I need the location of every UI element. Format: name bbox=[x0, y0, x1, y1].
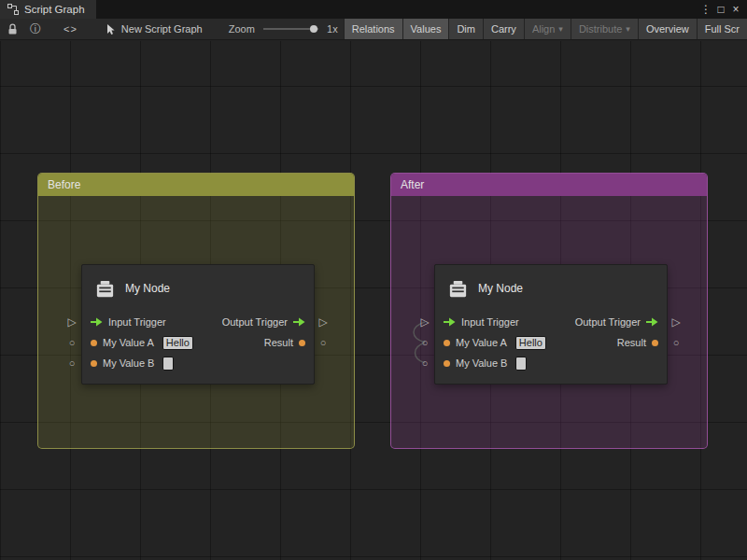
script-graph-icon bbox=[7, 4, 19, 15]
node-icon bbox=[94, 278, 116, 300]
pointer-icon bbox=[106, 23, 116, 35]
distribute-button[interactable]: Distribute ▾ bbox=[571, 19, 638, 39]
flow-output-port[interactable]: ▷ bbox=[317, 315, 330, 329]
overview-button[interactable]: Overview bbox=[638, 19, 697, 39]
zoom-value: 1x bbox=[327, 23, 338, 35]
node-title: My Node bbox=[478, 282, 523, 295]
port-row: My Value B bbox=[435, 353, 667, 373]
lock-icon[interactable] bbox=[7, 23, 18, 35]
value-b-field[interactable] bbox=[162, 357, 174, 371]
close-icon[interactable]: × bbox=[728, 3, 743, 16]
zoom-slider[interactable] bbox=[263, 28, 318, 30]
my-value-b-port[interactable]: My Value B bbox=[91, 357, 174, 371]
node-icon bbox=[447, 278, 469, 300]
flow-output-port[interactable]: ▷ bbox=[669, 315, 683, 329]
flow-arrow-icon bbox=[91, 317, 103, 327]
node-my-node[interactable]: My Node Input Trigger Output Trigger bbox=[81, 264, 315, 385]
chevron-down-icon: ▾ bbox=[626, 24, 630, 34]
output-trigger-port[interactable]: Output Trigger bbox=[575, 316, 658, 328]
value-b-field[interactable] bbox=[515, 357, 527, 371]
node-my-node[interactable]: My Node Input Trigger Output Trigger bbox=[434, 264, 668, 385]
value-dot-icon bbox=[444, 340, 450, 346]
tab-script-graph[interactable]: Script Graph bbox=[0, 0, 96, 19]
result-port[interactable]: Result bbox=[617, 337, 658, 348]
value-dot-icon bbox=[444, 360, 450, 367]
value-input-port[interactable]: ○ bbox=[418, 357, 431, 370]
port-row: Input Trigger Output Trigger bbox=[82, 312, 314, 332]
my-value-a-port[interactable]: My Value A Hello bbox=[444, 336, 546, 350]
output-trigger-port[interactable]: Output Trigger bbox=[222, 316, 305, 328]
graph-picker[interactable]: New Script Graph bbox=[106, 23, 203, 35]
my-value-b-port[interactable]: My Value B bbox=[444, 357, 527, 371]
port-row: My Value A Hello Result bbox=[82, 332, 314, 353]
port-row: My Value B bbox=[82, 353, 314, 373]
tab-bar: Script Graph ⋮ □ × bbox=[0, 0, 747, 19]
group-after[interactable]: After ▷ ○ ○ ▷ ○ My No bbox=[390, 173, 708, 449]
zoom-label: Zoom bbox=[229, 23, 255, 35]
value-output-port[interactable]: ○ bbox=[669, 336, 683, 349]
value-input-port[interactable]: ○ bbox=[65, 357, 78, 370]
node-title: My Node bbox=[125, 282, 170, 295]
window-controls: ⋮ □ × bbox=[698, 0, 747, 19]
align-button[interactable]: Align ▾ bbox=[524, 19, 571, 39]
group-after-header[interactable]: After bbox=[391, 174, 707, 196]
value-output-port[interactable]: ○ bbox=[317, 336, 330, 349]
relations-button[interactable]: Relations bbox=[344, 19, 402, 39]
value-dot-icon bbox=[299, 340, 305, 346]
flow-arrow-icon bbox=[646, 317, 658, 327]
flow-arrow-icon bbox=[293, 317, 305, 327]
node-header[interactable]: My Node bbox=[82, 265, 314, 312]
values-button[interactable]: Values bbox=[402, 19, 449, 39]
graph-toolbar: ⓘ <> New Script Graph Zoom 1x Relations … bbox=[0, 19, 747, 40]
port-row: My Value A Hello Result bbox=[435, 332, 667, 353]
dim-button[interactable]: Dim bbox=[448, 19, 483, 39]
input-trigger-port[interactable]: Input Trigger bbox=[91, 316, 166, 328]
port-row: Input Trigger Output Trigger bbox=[435, 312, 667, 332]
tab-title: Script Graph bbox=[24, 4, 85, 15]
value-dot-icon bbox=[91, 340, 97, 346]
carry-button[interactable]: Carry bbox=[483, 19, 524, 39]
kebab-menu-icon[interactable]: ⋮ bbox=[698, 3, 713, 16]
flow-input-port[interactable]: ▷ bbox=[418, 315, 431, 329]
graph-name: New Script Graph bbox=[121, 23, 203, 35]
node-header[interactable]: My Node bbox=[435, 265, 667, 312]
code-icon[interactable]: <> bbox=[63, 23, 78, 35]
maximize-icon[interactable]: □ bbox=[713, 3, 728, 16]
value-input-port[interactable]: ○ bbox=[418, 336, 431, 349]
zoom-slider-knob[interactable] bbox=[310, 25, 317, 33]
group-before-header[interactable]: Before bbox=[38, 174, 354, 196]
value-dot-icon bbox=[652, 340, 658, 346]
value-a-field[interactable]: Hello bbox=[515, 336, 546, 350]
value-input-port[interactable]: ○ bbox=[65, 336, 78, 349]
toolbar-buttons: Relations Values Dim Carry Align ▾ Distr… bbox=[344, 19, 747, 39]
value-dot-icon bbox=[91, 360, 97, 367]
info-icon[interactable]: ⓘ bbox=[30, 21, 41, 37]
flow-arrow-icon bbox=[444, 317, 456, 327]
graph-canvas[interactable]: Before ▷ ○ ○ ▷ ○ My Node bbox=[0, 41, 747, 560]
my-value-a-port[interactable]: My Value A Hello bbox=[91, 336, 193, 350]
chevron-down-icon: ▾ bbox=[558, 24, 563, 34]
fullscreen-button[interactable]: Full Scr bbox=[697, 19, 747, 39]
group-before[interactable]: Before ▷ ○ ○ ▷ ○ My Node bbox=[37, 173, 355, 449]
input-trigger-port[interactable]: Input Trigger bbox=[444, 316, 519, 328]
result-port[interactable]: Result bbox=[264, 337, 305, 348]
flow-input-port[interactable]: ▷ bbox=[65, 315, 78, 329]
value-a-field[interactable]: Hello bbox=[162, 336, 193, 350]
